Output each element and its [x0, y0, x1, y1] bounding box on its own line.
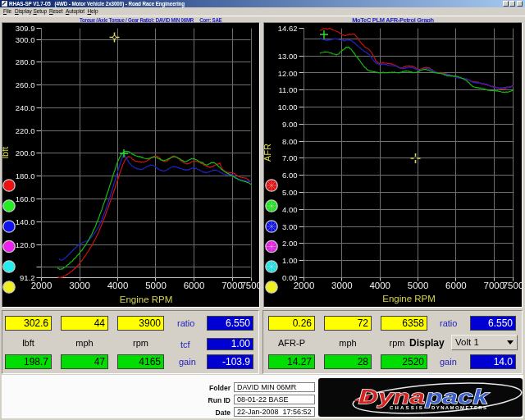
svg-text:4000: 4000 [369, 281, 390, 290]
svg-text:3.00: 3.00 [282, 222, 298, 231]
svg-text:7.00: 7.00 [282, 153, 298, 162]
svg-text:Engine RPM: Engine RPM [382, 294, 436, 304]
svg-text:3000: 3000 [331, 281, 353, 290]
svg-text:7000: 7000 [221, 281, 243, 290]
svg-text:140.0: 140.0 [16, 217, 35, 226]
svg-text:6.00: 6.00 [282, 171, 298, 180]
svg-text:11.00: 11.00 [278, 85, 297, 94]
svg-text:7500: 7500 [240, 281, 259, 290]
svg-text:2000: 2000 [31, 281, 52, 290]
svg-text:9.00: 9.00 [282, 120, 298, 129]
svg-text:260.0: 260.0 [16, 80, 35, 89]
svg-text:4.00: 4.00 [282, 205, 298, 214]
svg-text:5000: 5000 [145, 281, 167, 290]
svg-text:DYNAMOMETERS: DYNAMOMETERS [431, 405, 487, 410]
svg-text:lbft: lbft [2, 147, 10, 159]
svg-text:180.0: 180.0 [16, 171, 35, 180]
svg-text:14.62: 14.62 [278, 24, 298, 33]
svg-text:309.9: 309.9 [16, 24, 35, 33]
svg-text:200.0: 200.0 [16, 148, 35, 158]
svg-text:2000: 2000 [294, 281, 315, 290]
svg-text:AFR: AFR [264, 144, 272, 162]
svg-text:300.0: 300.0 [16, 35, 35, 44]
svg-text:12.00: 12.00 [278, 69, 298, 78]
svg-text:5000: 5000 [408, 281, 429, 290]
svg-text:280.0: 280.0 [16, 57, 35, 66]
svg-text:7000: 7000 [484, 281, 505, 290]
svg-text:2.00: 2.00 [282, 239, 298, 248]
svg-text:Engine RPM: Engine RPM [120, 294, 173, 304]
svg-text:5.00: 5.00 [282, 188, 298, 197]
svg-text:160.0: 160.0 [16, 194, 35, 203]
svg-text:7500: 7500 [503, 281, 522, 290]
svg-text:6000: 6000 [184, 281, 205, 290]
svg-text:1.00: 1.00 [282, 256, 298, 265]
svg-text:4000: 4000 [107, 281, 129, 290]
svg-text:6000: 6000 [445, 281, 467, 290]
svg-text:13.00: 13.00 [278, 52, 298, 61]
svg-text:10.00: 10.00 [278, 103, 298, 112]
svg-text:220.0: 220.0 [16, 126, 35, 135]
svg-text:120.0: 120.0 [16, 240, 35, 249]
svg-text:3000: 3000 [69, 281, 90, 290]
svg-text:CHASSIS: CHASSIS [390, 405, 424, 410]
svg-text:8.00: 8.00 [282, 137, 298, 146]
svg-text:240.0: 240.0 [16, 103, 35, 112]
